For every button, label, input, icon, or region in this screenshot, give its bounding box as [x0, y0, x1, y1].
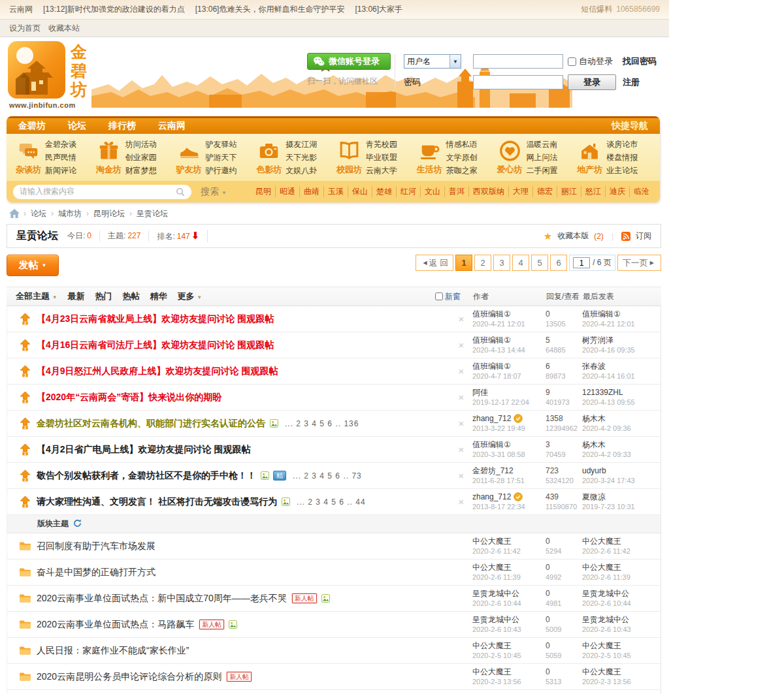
- page-number-1[interactable]: 1: [455, 255, 472, 271]
- category-link[interactable]: 民声民情: [45, 151, 76, 164]
- lastpost-user-link[interactable]: 呈贡龙城中公: [582, 615, 629, 625]
- site-logo[interactable]: 金碧坊 www.jinbifun.com: [8, 41, 90, 99]
- author-link[interactable]: 值班编辑①: [472, 336, 511, 345]
- breadcrumb-link[interactable]: 论坛: [31, 209, 46, 218]
- author-link[interactable]: 呈贡龙城中公: [472, 589, 519, 599]
- filter-tab-热门[interactable]: 热门: [95, 291, 112, 302]
- author-link[interactable]: 值班编辑①: [472, 362, 511, 371]
- favorite-board-link[interactable]: 收藏本版: [557, 230, 589, 242]
- category-link[interactable]: 温暖云南: [527, 138, 558, 151]
- city-link-普洱[interactable]: 普洱: [445, 186, 469, 197]
- author-link[interactable]: 中公大魔王: [472, 667, 512, 677]
- new-window-option[interactable]: 新窗: [435, 291, 473, 302]
- thread-title-link[interactable]: 人民日报：家庭作业不能成“家长作业”: [37, 645, 189, 657]
- lastpost-user-link[interactable]: 张春波: [582, 362, 606, 371]
- thread-page-links[interactable]: ... 2 3 4 5 6 .. 73: [293, 471, 362, 481]
- lastpost-user-link[interactable]: 121339ZHL: [582, 388, 623, 398]
- author-link[interactable]: 金碧坊_712: [472, 466, 514, 476]
- city-link-临沧[interactable]: 临沧: [630, 186, 653, 197]
- category-link[interactable]: 文娱八卦: [286, 164, 317, 177]
- page-number-6[interactable]: 6: [550, 255, 567, 271]
- author-link[interactable]: zhang_712: [472, 492, 511, 502]
- city-link-楚雄[interactable]: 楚雄: [372, 186, 397, 197]
- thread-title-link[interactable]: 奋斗是中国梦的正确打开方式: [37, 567, 155, 578]
- city-link-昭通[interactable]: 昭通: [276, 186, 300, 197]
- category-name[interactable]: 杂谈坊: [13, 164, 44, 176]
- ticker-news-link[interactable]: [13:06]危难关头，你用鲜血和生命守护平安: [195, 5, 345, 14]
- close-icon[interactable]: ×: [459, 313, 465, 324]
- category-link[interactable]: 网上问法: [527, 151, 558, 164]
- thread-title-link[interactable]: 2020云南昆明公务员申论评论综合分析的原则: [37, 671, 221, 683]
- author-link[interactable]: 值班编辑①: [472, 309, 511, 319]
- lastpost-user-link[interactable]: 杨木木: [582, 440, 606, 450]
- category-link[interactable]: 驴行邀约: [206, 164, 237, 177]
- category-link[interactable]: 驴游天下: [206, 151, 237, 164]
- category-link[interactable]: 驴友驿站: [206, 138, 237, 151]
- lastpost-user-link[interactable]: 夏微凉: [582, 492, 606, 502]
- login-type-select[interactable]: 用户名 ▼: [404, 54, 461, 69]
- category-name[interactable]: 驴友坊: [174, 164, 204, 176]
- lastpost-user-link[interactable]: 中公大魔王: [582, 667, 621, 677]
- auto-login-option[interactable]: 自动登录: [568, 55, 623, 67]
- category-link[interactable]: 坊间活动: [125, 138, 157, 151]
- lastpost-user-link[interactable]: 值班编辑①: [582, 309, 621, 319]
- city-link-迪庆[interactable]: 迪庆: [606, 186, 630, 197]
- ticker-news-link[interactable]: [13:06]大家手: [355, 5, 402, 14]
- category-link[interactable]: 楼盘情报: [606, 151, 638, 164]
- category-link[interactable]: 创业家园: [125, 151, 157, 164]
- page-number-3[interactable]: 3: [493, 255, 510, 271]
- back-button[interactable]: ◀返 回: [416, 255, 453, 271]
- search-input[interactable]: 请输入搜索内容: [13, 185, 191, 199]
- thread-title-link[interactable]: 2020云南事业单位面试热点：新中国成立70周年——老兵不哭: [37, 593, 287, 605]
- thread-title-link[interactable]: 【4月2日省广电局上线】欢迎坊友提问讨论 围观跟帖: [37, 444, 250, 456]
- category-link[interactable]: 谈房论市: [606, 138, 638, 151]
- bookmark-link[interactable]: 收藏本站: [48, 23, 80, 34]
- close-icon[interactable]: ×: [459, 444, 465, 455]
- page-number-4[interactable]: 4: [512, 255, 529, 271]
- close-icon[interactable]: ×: [459, 470, 465, 481]
- find-password-link[interactable]: 找回密码: [623, 55, 657, 67]
- next-page-button[interactable]: 下一页▶: [617, 255, 661, 271]
- login-button[interactable]: 登录: [568, 74, 616, 90]
- thread-title-link[interactable]: 敬告个别发帖获利者，金碧坊社区不是你的手中枪！！: [37, 470, 256, 482]
- category-name[interactable]: 色影坊: [253, 164, 284, 176]
- category-link[interactable]: 新闻评论: [45, 164, 76, 177]
- filter-all-topics[interactable]: 全部主题 ▼: [16, 291, 57, 302]
- city-link-曲靖[interactable]: 曲靖: [300, 186, 324, 197]
- lastpost-user-link[interactable]: 呈贡龙城中公: [582, 589, 629, 599]
- page-number-2[interactable]: 2: [474, 255, 491, 271]
- new-window-checkbox[interactable]: [435, 292, 443, 300]
- thread-title-link[interactable]: 召回制度有助于汽车市场发展: [37, 541, 155, 552]
- lastpost-user-link[interactable]: 中公大魔王: [582, 563, 621, 573]
- auto-login-checkbox[interactable]: [568, 57, 576, 66]
- thread-title-link[interactable]: 请大家理性沟通、文明发言！ 社区将打击无端攻击谩骂行为: [37, 496, 277, 508]
- new-post-button[interactable]: 发帖▼: [7, 255, 59, 276]
- lastpost-user-link[interactable]: 中公大魔王: [582, 537, 621, 546]
- city-link-怒江[interactable]: 怒江: [581, 186, 606, 197]
- lastpost-user-link[interactable]: 中公大魔王: [582, 641, 621, 651]
- lastpost-user-link[interactable]: 杨木木: [582, 414, 606, 424]
- category-link[interactable]: 云南大学: [366, 164, 397, 177]
- thread-page-links[interactable]: ... 2 3 4 5 6 .. 44: [297, 497, 366, 507]
- category-link[interactable]: 文学原创: [446, 151, 478, 164]
- page-jump-input[interactable]: [573, 257, 590, 268]
- city-link-丽江[interactable]: 丽江: [557, 186, 581, 197]
- city-link-大理[interactable]: 大理: [509, 186, 533, 197]
- breadcrumb-link[interactable]: 昆明论坛: [93, 209, 125, 218]
- page-number-5[interactable]: 5: [531, 255, 548, 271]
- category-name[interactable]: 爱心坊: [495, 164, 525, 176]
- category-link[interactable]: 二手闲置: [527, 164, 558, 177]
- filter-more[interactable]: 更多 ▼: [178, 291, 203, 302]
- lastpost-user-link[interactable]: udyurb: [582, 466, 606, 476]
- category-link[interactable]: 情感私语: [446, 138, 478, 151]
- thread-title-link[interactable]: 金碧坊社区对云南各机构、职能部门进行实名认证的公告: [37, 418, 265, 430]
- lastpost-user-link[interactable]: 树芳润泽: [582, 336, 613, 345]
- thread-page-links[interactable]: ... 2 3 4 5 6 .. 136: [285, 419, 359, 428]
- category-link[interactable]: 毕业联盟: [366, 151, 397, 164]
- home-icon[interactable]: [9, 209, 20, 218]
- category-link[interactable]: 天下光影: [286, 151, 317, 164]
- username-input[interactable]: [473, 54, 563, 69]
- city-link-昆明[interactable]: 昆明: [252, 186, 276, 197]
- category-link[interactable]: 金碧杂谈: [45, 138, 76, 151]
- set-home-link[interactable]: 设为首页: [9, 23, 41, 34]
